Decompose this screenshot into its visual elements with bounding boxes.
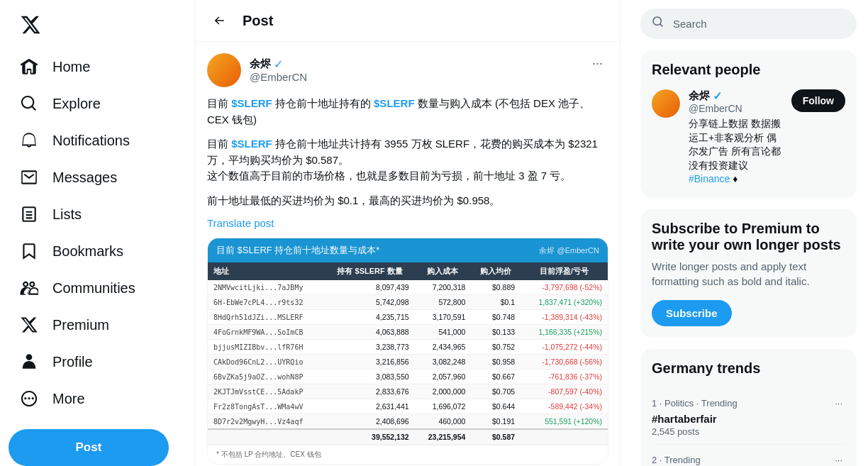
table-row: 2NMVwcitLjki...7aJBMy 8,097,439 7,200,31…	[208, 280, 608, 295]
cost-cell: 460,000	[415, 414, 472, 430]
follow-button[interactable]: Follow	[791, 89, 845, 112]
cost-cell: 2,434,965	[415, 340, 472, 355]
trend-name[interactable]: #hartaberfair	[652, 413, 845, 425]
sidebar-item-bookmarks[interactable]: Bookmarks	[9, 233, 187, 269]
amount-cell: 2,833,676	[326, 384, 415, 399]
relevant-avatar-img	[652, 89, 680, 118]
table-row: 6BvZKa5j9aOZ...wohN8P 3,083,550 2,057,96…	[208, 370, 608, 384]
sidebar-item-profile[interactable]: Profile	[9, 344, 187, 379]
sidebar-item-label: More	[52, 391, 85, 407]
right-sidebar: Relevant people 余烬 ✓ @EmberCN 分享链上数据 数据搬…	[621, 0, 868, 466]
tweet-author-row: 余烬 ✓ @EmberCN ···	[207, 53, 608, 87]
more-icon	[20, 389, 38, 408]
sidebar-item-explore[interactable]: Explore	[9, 86, 187, 121]
home-icon	[20, 57, 38, 76]
sidebar-item-label: Communities	[52, 280, 135, 296]
search-icon	[652, 16, 664, 32]
total-cost: 23,215,954	[415, 429, 472, 445]
sidebar-item-label: Messages	[52, 170, 117, 186]
table-row: bjjusMIZIBbv...lfR76H 3,238,773 2,434,96…	[208, 340, 608, 355]
total-avg: $0.587	[471, 429, 521, 445]
author-name-row: 余烬 ✓	[250, 57, 307, 71]
trend-meta: 1 · Politics · Trending ···	[652, 395, 845, 411]
binance-hashtag[interactable]: #Binance	[689, 173, 730, 184]
amount-cell: 3,238,773	[326, 340, 415, 355]
sidebar-item-label: Explore	[52, 96, 101, 112]
price-cell: $0.958	[471, 355, 521, 370]
amount-cell: 3,216,856	[326, 355, 415, 370]
profile-icon	[20, 353, 38, 371]
cost-cell: 1,696,072	[415, 399, 472, 414]
search-input[interactable]	[673, 18, 845, 30]
table-body: 2NMVwcitLjki...7aJBMy 8,097,439 7,200,31…	[208, 280, 608, 445]
cashtag-slerf-2[interactable]: $SLERF	[374, 97, 415, 109]
table-row: 6H-EbWe7cPL4...r9ts32 5,742,098 572,800 …	[208, 295, 608, 310]
back-button[interactable]	[207, 9, 231, 33]
pnl-cell: -1,389,314 (-43%)	[521, 310, 608, 325]
price-cell: $0.133	[471, 325, 521, 340]
pnl-cell: -589,442 (-34%)	[521, 399, 608, 414]
rel-verified-badge: ✓	[713, 89, 722, 103]
sidebar-item-messages[interactable]: Messages	[9, 160, 187, 195]
addr-cell: Fr2z8TongAsT...WMa4wV	[208, 399, 326, 414]
rel-person-info: 余烬 ✓ @EmberCN 分享链上数据 数据搬运工+非客观分析 偶尔发广告 所…	[689, 89, 783, 187]
addr-cell: 6BvZKa5j9aOZ...wohN8P	[208, 370, 326, 384]
price-cell: $0.1	[471, 295, 521, 310]
tweet-container: 余烬 ✓ @EmberCN ··· 目前 $SLERF 持仓前十地址持有的 $S…	[196, 42, 620, 466]
sidebar-item-label: Home	[52, 59, 90, 75]
cost-cell: 541,000	[415, 325, 472, 340]
main-content: Post 余烬 ✓ @EmberCN ···	[195, 0, 621, 466]
pnl-cell: -1,730,668 (-56%)	[521, 355, 608, 370]
price-cell: $0.667	[471, 370, 521, 384]
tweet-text-2: 目前 $SLERF 持仓前十地址共计持有 3955 万枚 SLERF，花费的购买…	[207, 136, 608, 184]
trend-position-meta: 1 · Politics · Trending	[652, 398, 738, 409]
tweet-text-3: 前十地址最低的买进均价为 $0.1，最高的买进均价为 $0.958。	[207, 193, 608, 209]
amount-cell: 4,235,715	[326, 310, 415, 325]
cashtag-slerf-3[interactable]: $SLERF	[231, 138, 272, 150]
trend-count: 2,545 posts	[652, 426, 845, 437]
x-logo[interactable]	[9, 6, 52, 46]
price-cell: $0.191	[471, 414, 521, 430]
sidebar-item-communities[interactable]: Communities	[9, 270, 187, 306]
sidebar-item-more[interactable]: More	[9, 381, 187, 416]
sidebar-item-premium[interactable]: Premium	[9, 307, 187, 343]
cost-cell: 2,057,960	[415, 370, 472, 384]
post-button[interactable]: Post	[9, 429, 169, 466]
sidebar-item-home[interactable]: Home	[9, 49, 187, 84]
cost-cell: 572,800	[415, 295, 472, 310]
addr-cell: CAkDod96CnL2...UYRQio	[208, 355, 326, 370]
cashtag-slerf-1[interactable]: $SLERF	[231, 97, 272, 109]
search-bar[interactable]	[640, 9, 857, 39]
trend-item: 1 · Politics · Trending ··· #hartaberfai…	[652, 388, 845, 445]
subscribe-button[interactable]: Subscribe	[652, 300, 732, 326]
tweet-more-button[interactable]: ···	[586, 53, 608, 74]
pnl-cell: -3,797,698 (-52%)	[521, 280, 608, 295]
sidebar-item-lists[interactable]: Lists	[9, 196, 187, 232]
total-amount: 39,552,132	[326, 429, 415, 445]
price-cell: $0.889	[471, 280, 521, 295]
translate-link[interactable]: Translate post	[207, 217, 608, 229]
cost-cell: 3,170,591	[415, 310, 472, 325]
trend-meta: 2 · Trending ···	[652, 452, 845, 466]
subscribe-description: Write longer posts and apply text format…	[652, 259, 845, 289]
amount-cell: 2,631,441	[326, 399, 415, 414]
author-handle: @EmberCN	[250, 71, 307, 83]
trend-more-button[interactable]: ···	[832, 452, 845, 466]
amount-cell: 2,408,696	[326, 414, 415, 430]
table-title: 目前 $SLERF 持仓前十地址数量与成本*	[216, 244, 379, 257]
list-icon	[20, 205, 38, 223]
col-amount: 持有 $SLERF 数量	[326, 262, 415, 280]
price-cell: $0.644	[471, 399, 521, 414]
rel-person-name-row: 余烬 ✓	[689, 89, 783, 103]
sidebar-item-notifications[interactable]: Notifications	[9, 123, 187, 158]
cost-cell: 2,000,000	[415, 384, 472, 399]
table-footer: * 不包括 LP 合约地址、CEX 钱包	[208, 445, 608, 464]
addr-cell: bjjusMIZIBbv...lfR76H	[208, 340, 326, 355]
relevant-person: 余烬 ✓ @EmberCN 分享链上数据 数据搬运工+非客观分析 偶尔发广告 所…	[652, 89, 845, 187]
pnl-cell: 551,591 (+120%)	[521, 414, 608, 430]
verified-badge: ✓	[274, 57, 283, 71]
sidebar-item-label: Profile	[52, 354, 93, 370]
trend-more-button[interactable]: ···	[832, 395, 845, 411]
relevant-person-avatar	[652, 89, 680, 118]
table-total-row: 39,552,132 23,215,954 $0.587	[208, 429, 608, 445]
